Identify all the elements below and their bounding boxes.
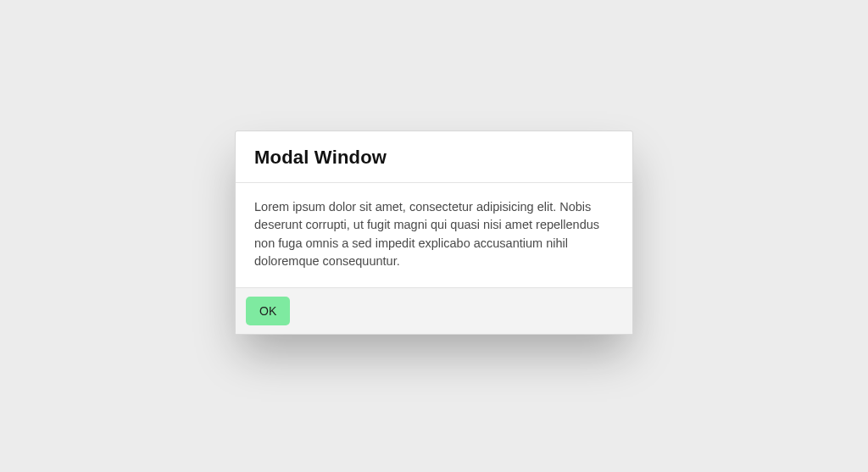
page-backdrop: Modal Window Lorem ipsum dolor sit amet,…: [0, 0, 868, 472]
modal-window: Modal Window Lorem ipsum dolor sit amet,…: [235, 130, 633, 334]
modal-footer: OK: [236, 288, 632, 334]
modal-header: Modal Window: [236, 131, 632, 183]
modal-body: Lorem ipsum dolor sit amet, consectetur …: [236, 183, 632, 287]
modal-title: Modal Window: [254, 147, 614, 169]
modal-body-text: Lorem ipsum dolor sit amet, consectetur …: [254, 198, 614, 269]
ok-button[interactable]: OK: [246, 297, 290, 325]
